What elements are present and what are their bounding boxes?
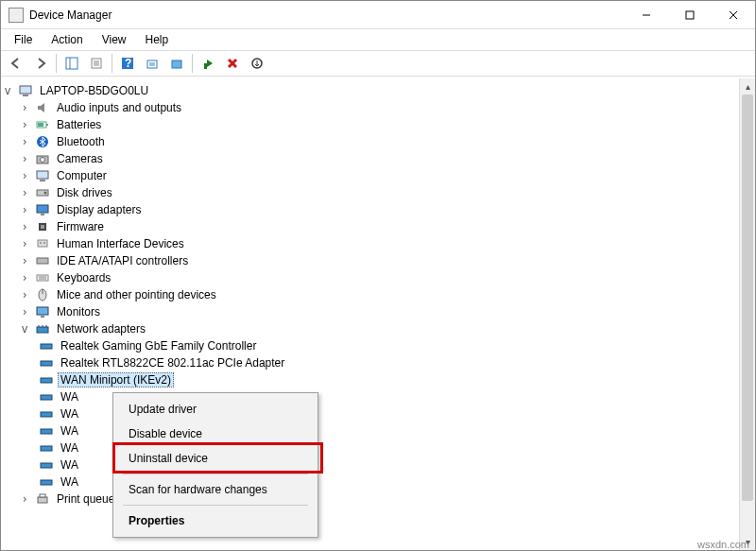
ide-icon (35, 253, 50, 268)
svg-rect-34 (38, 240, 47, 247)
svg-rect-21 (46, 124, 48, 126)
menu-action[interactable]: Action (43, 31, 90, 48)
titlebar: Device Manager (1, 1, 755, 29)
maximize-button[interactable] (668, 1, 712, 29)
svg-rect-55 (41, 446, 52, 451)
hid-icon (35, 236, 50, 251)
svg-rect-22 (38, 123, 43, 127)
printer-icon (35, 491, 50, 507)
svg-point-25 (41, 158, 45, 163)
scroll-thumb[interactable] (742, 95, 753, 501)
scan-button[interactable] (141, 52, 163, 75)
properties-button[interactable] (85, 52, 108, 75)
context-menu: Update driver Disable device Uninstall d… (112, 392, 318, 538)
tree-item[interactable]: ›Disk drives (1, 184, 738, 201)
mouse-icon (35, 287, 50, 302)
svg-rect-57 (41, 480, 52, 485)
svg-rect-54 (41, 429, 52, 434)
svg-rect-51 (41, 378, 52, 383)
svg-rect-38 (37, 275, 48, 281)
tree-item[interactable]: ›IDE ATA/ATAPI controllers (1, 252, 738, 269)
window-title: Device Manager (29, 9, 625, 22)
tree-item[interactable]: ›Batteries (1, 116, 738, 133)
menubar: File Action View Help (1, 29, 755, 50)
minimize-button[interactable] (625, 1, 668, 29)
ctx-uninstall-device[interactable]: Uninstall device (115, 446, 316, 471)
tree-item[interactable]: ›Keyboards (1, 269, 738, 286)
show-hide-tree-button[interactable] (60, 52, 83, 75)
tree-child[interactable]: Realtek RTL8822CE 802.11ac PCIe Adapter (1, 354, 738, 371)
vertical-scrollbar[interactable]: ▴ ▾ (739, 78, 755, 550)
enable-button[interactable] (197, 52, 219, 75)
adapter-icon (39, 474, 54, 490)
svg-text:?: ? (125, 57, 131, 70)
tree-child[interactable]: WA (1, 456, 738, 474)
tree-child[interactable]: Realtek Gaming GbE Family Controller (1, 337, 738, 354)
tree-item[interactable]: ›Print queues (1, 491, 738, 508)
toolbar: ? (1, 50, 755, 77)
camera-icon (35, 151, 50, 166)
tree-child[interactable]: WA (1, 422, 738, 439)
tree-item[interactable]: ›Bluetooth (1, 133, 738, 150)
adapter-icon (39, 423, 54, 439)
device-tree[interactable]: vLAPTOP-B5DGO0LU ›Audio inputs and outpu… (1, 78, 738, 541)
uninstall-button[interactable] (246, 52, 268, 75)
tree-item[interactable]: ›Firmware (1, 218, 738, 235)
disable-button[interactable] (221, 52, 244, 75)
update-driver-button[interactable] (165, 52, 188, 75)
tree-child[interactable]: WA (1, 439, 738, 456)
disk-icon (35, 185, 50, 200)
tree-item[interactable]: ›Human Interface Devices (1, 235, 738, 252)
adapter-icon (39, 372, 54, 387)
computer-icon (18, 83, 33, 98)
svg-rect-18 (20, 86, 31, 94)
ctx-update-driver[interactable]: Update driver (115, 397, 316, 422)
back-button[interactable] (5, 52, 27, 75)
help-button[interactable]: ? (116, 52, 139, 75)
menu-view[interactable]: View (94, 31, 134, 48)
svg-point-35 (40, 242, 42, 244)
ctx-scan-hardware[interactable]: Scan for hardware changes (115, 477, 316, 502)
adapter-icon (39, 355, 54, 370)
svg-rect-1 (686, 11, 694, 19)
tree-item[interactable]: ›Computer (1, 167, 738, 184)
svg-rect-19 (23, 95, 28, 96)
tree-child-selected[interactable]: WAN Miniport (IKEv2) (1, 371, 738, 388)
forward-button[interactable] (29, 52, 52, 75)
ctx-properties[interactable]: Properties (115, 508, 316, 533)
svg-rect-50 (41, 361, 52, 366)
ctx-separator (123, 474, 308, 474)
tree-child[interactable]: WA (1, 474, 738, 491)
svg-rect-37 (37, 258, 48, 264)
tree-child[interactable]: WA (1, 388, 738, 405)
app-icon (9, 8, 24, 23)
svg-rect-4 (66, 58, 77, 69)
firmware-icon (35, 219, 50, 234)
tree-item[interactable]: ›Display adapters (1, 201, 738, 218)
network-icon (35, 321, 50, 336)
adapter-icon (39, 338, 54, 353)
svg-rect-33 (41, 225, 44, 229)
ctx-disable-device[interactable]: Disable device (115, 422, 316, 446)
menu-help[interactable]: Help (138, 31, 177, 48)
svg-rect-45 (37, 327, 48, 333)
tree-item[interactable]: ›Mice and other pointing devices (1, 286, 738, 303)
tree-item[interactable]: ›Audio inputs and outputs (1, 99, 738, 116)
adapter-icon (39, 440, 54, 456)
tree-item[interactable]: ›Cameras (1, 150, 738, 167)
tree-root[interactable]: vLAPTOP-B5DGO0LU (1, 82, 738, 99)
svg-rect-14 (172, 60, 181, 68)
menu-file[interactable]: File (7, 31, 40, 48)
tree-child[interactable]: WA (1, 405, 738, 422)
tree-item[interactable]: ›Monitors (1, 303, 738, 320)
svg-rect-26 (37, 171, 48, 179)
toolbar-separator (112, 54, 112, 73)
svg-point-36 (43, 242, 45, 244)
svg-rect-49 (41, 344, 52, 349)
computer-icon (35, 168, 50, 183)
keyboard-icon (35, 270, 50, 285)
close-button[interactable] (712, 1, 755, 29)
scroll-up-button[interactable]: ▴ (740, 78, 755, 95)
svg-rect-13 (149, 62, 155, 66)
tree-item-network[interactable]: vNetwork adapters (1, 320, 738, 337)
